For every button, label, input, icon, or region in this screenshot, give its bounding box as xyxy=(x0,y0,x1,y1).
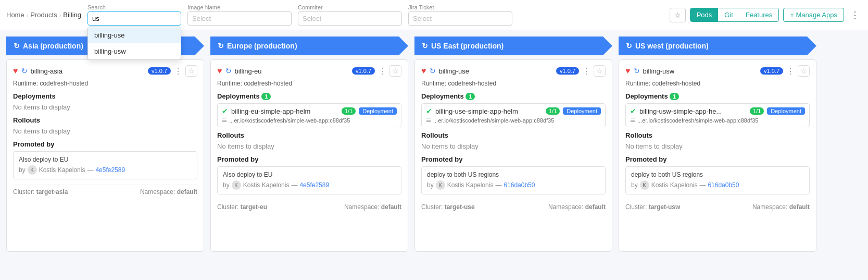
sync-icon-asia: ↻ xyxy=(21,67,28,75)
image-name-select[interactable]: Select xyxy=(187,11,292,26)
pipeline-card-asia: ♥ ↻ billing-asia v1.0.7 ⋮ ☆ Runtime: cod… xyxy=(6,59,204,252)
no-rollouts-asia: No items to display xyxy=(13,127,197,135)
promoted-dash-us-west: — xyxy=(699,181,706,189)
app-more-asia[interactable]: ⋮ xyxy=(174,66,182,76)
app-row-asia: ♥ ↻ billing-asia v1.0.7 ⋮ ☆ xyxy=(13,65,197,77)
promoted-label-us-west: deploy to both US regions xyxy=(631,171,804,178)
runtime-value-us-east: codefresh-hosted xyxy=(448,80,496,87)
tab-pods[interactable]: Pods xyxy=(690,8,719,21)
breadcrumb: Home › Products › Billing xyxy=(6,11,81,19)
app-row-us-east: ♥ ↻ billing-use v1.0.7 ⋮ ☆ xyxy=(421,65,606,77)
committer-label: Commiter xyxy=(298,4,402,10)
app-name-us-west: billing-usw xyxy=(643,67,758,75)
search-input[interactable] xyxy=(87,11,181,26)
author-avatar-us-west: K xyxy=(640,180,649,190)
app-star-us-east[interactable]: ☆ xyxy=(594,65,606,77)
version-badge-asia: v1.0.7 xyxy=(148,67,171,75)
pipeline-card-us-east: ♥ ↻ billing-use v1.0.7 ⋮ ☆ Runtime: code… xyxy=(414,59,612,252)
dep-count-badge-us-east: 1 xyxy=(466,93,475,100)
pipeline-column-us-west: ↻ US west (production) ♥ ↻ billing-usw v… xyxy=(619,36,816,252)
pipeline-column-asia: ↻ Asia (production) ♥ ↻ billing-asia v1.… xyxy=(6,36,204,252)
autocomplete-dropdown: billing-use billing-usw xyxy=(87,27,181,60)
dep-name-us-west-0: billing-usw-simple-app-he... xyxy=(639,107,747,115)
deployments-title-us-east: Deployments 1 xyxy=(421,92,606,100)
commit-link-us-west[interactable]: 616da0b50 xyxy=(708,181,739,189)
autocomplete-item-0[interactable]: billing-use xyxy=(88,27,181,43)
pipeline-card-europe: ♥ ↻ billing-eu v1.0.7 ⋮ ☆ Runtime: codef… xyxy=(210,59,408,252)
promoted-by-prefix-us-east: by xyxy=(427,181,434,189)
sync-icon-us-west: ↻ xyxy=(634,67,640,75)
favorite-app-europe[interactable]: ♥ xyxy=(217,66,222,76)
commit-link-us-east[interactable]: 616da0b50 xyxy=(504,181,535,189)
namespace-label-us-east: Namespace: default xyxy=(548,203,606,211)
cluster-row-asia: Cluster: target-asia Namespace: default xyxy=(13,185,197,196)
dep-image-us-east-0: ☰ ...er.io/kostiscodefresh/simple-web-ap… xyxy=(426,117,601,124)
dep-name-us-east-0: billing-use-simple-app-helm xyxy=(435,107,543,115)
namespace-label-us-west: Namespace: default xyxy=(752,203,810,211)
app-star-asia[interactable]: ☆ xyxy=(185,65,197,77)
app-name-asia: billing-asia xyxy=(31,67,145,75)
breadcrumb-current: Billing xyxy=(63,11,81,19)
promoted-by-prefix-europe: by xyxy=(223,181,230,189)
app-row-us-west: ♥ ↻ billing-usw v1.0.7 ⋮ ☆ xyxy=(625,65,810,77)
promoted-by-prefix-us-west: by xyxy=(631,181,638,189)
rollouts-title-asia: Rollouts xyxy=(13,116,197,124)
breadcrumb-products[interactable]: Products xyxy=(30,11,57,19)
dep-check-us-west-0: ✔ xyxy=(630,107,636,115)
promoted-box-asia: Also deploy to EU by K Kostis Kapelonis … xyxy=(13,151,197,179)
deployment-item-us-west-0: ✔ billing-usw-simple-app-he... 1/1 Deplo… xyxy=(625,103,810,127)
app-star-us-west[interactable]: ☆ xyxy=(798,65,810,77)
autocomplete-item-1[interactable]: billing-usw xyxy=(88,43,181,59)
favorite-app-us-east[interactable]: ♥ xyxy=(421,66,426,76)
commit-link-europe[interactable]: 4e5fe2589 xyxy=(299,181,329,189)
namespace-label-europe: Namespace: default xyxy=(344,203,401,211)
runtime-label-us-east: Runtime: xyxy=(421,80,446,87)
app-row-europe: ♥ ↻ billing-eu v1.0.7 ⋮ ☆ xyxy=(217,65,401,77)
breadcrumb-sep-2: › xyxy=(59,12,61,18)
favorite-app-asia[interactable]: ♥ xyxy=(13,66,18,76)
dep-image-icon-us-east-0: ☰ xyxy=(426,117,431,124)
view-tab-group: Pods Git Features xyxy=(690,8,779,22)
author-avatar-asia: K xyxy=(28,165,37,175)
dep-count-badge-europe: 1 xyxy=(261,93,271,100)
tab-features[interactable]: Features xyxy=(739,8,778,21)
runtime-value-asia: codefresh-hosted xyxy=(40,80,88,87)
runtime-label-asia: Runtime: xyxy=(13,80,38,87)
pipeline-header-label-asia: Asia (production) xyxy=(23,42,83,50)
committer-select[interactable]: Select xyxy=(298,11,402,26)
dep-image-val-us-west-0: ...er.io/kostiscodefresh/simple-web-app:… xyxy=(637,117,758,124)
dep-tag-us-east-0: Deployment xyxy=(563,107,601,115)
pipeline-header-europe: ↻ Europe (production) xyxy=(210,36,408,55)
favorite-app-us-west[interactable]: ♥ xyxy=(625,66,631,76)
app-more-us-east[interactable]: ⋮ xyxy=(582,66,590,76)
jira-select[interactable]: Select xyxy=(408,11,512,26)
pipeline-column-europe: ↻ Europe (production) ♥ ↻ billing-eu v1.… xyxy=(210,36,408,252)
favorite-button[interactable]: ☆ xyxy=(670,8,686,22)
promoted-by-row-asia: by K Kostis Kapelonis — 4e5fe2589 xyxy=(19,165,192,175)
rollouts-title-us-east: Rollouts xyxy=(421,131,606,139)
app-more-us-west[interactable]: ⋮ xyxy=(786,66,795,76)
cluster-label-us-west: Cluster: target-usw xyxy=(625,203,680,211)
dep-count-badge-us-west: 1 xyxy=(670,93,679,100)
cluster-row-us-east: Cluster: target-use Namespace: default xyxy=(421,200,606,211)
breadcrumb-home[interactable]: Home xyxy=(6,11,24,19)
app-more-europe[interactable]: ⋮ xyxy=(378,66,386,76)
promoted-by-row-us-east: by K Kostis Kapelonis — 616da0b50 xyxy=(427,180,600,190)
promoted-dash-asia: — xyxy=(87,166,93,174)
app-star-europe[interactable]: ☆ xyxy=(389,65,401,77)
promoted-dash-europe: — xyxy=(291,181,297,189)
more-options-button[interactable]: ⋮ xyxy=(848,8,862,22)
tab-git[interactable]: Git xyxy=(718,8,739,21)
app-name-us-east: billing-use xyxy=(439,67,553,75)
manage-apps-button[interactable]: + Manage Apps xyxy=(783,8,844,22)
author-avatar-us-east: K xyxy=(436,180,445,190)
pipeline-header-us-east: ↻ US East (production) xyxy=(414,36,612,55)
author-name-asia: Kostis Kapelonis xyxy=(39,166,85,174)
deployments-title-us-west: Deployments 1 xyxy=(625,92,810,100)
runtime-row-europe: Runtime: codefresh-hosted xyxy=(217,80,401,87)
no-rollouts-us-west: No items to display xyxy=(625,142,810,150)
pipeline-header-us-west: ↻ US west (production) xyxy=(619,36,816,55)
commit-link-asia[interactable]: 4e5fe2589 xyxy=(95,166,125,174)
promoted-by-title-europe: Promoted by xyxy=(217,155,401,163)
pipeline-header-label-us-east: US East (production) xyxy=(431,42,504,50)
